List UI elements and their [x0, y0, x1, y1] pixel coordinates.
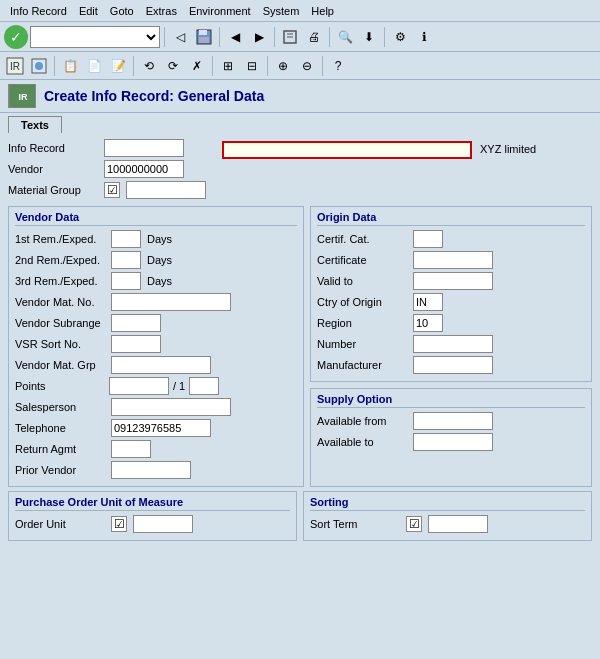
menu-system[interactable]: System — [257, 4, 306, 18]
tb2-btn4[interactable]: 📄 — [83, 55, 105, 77]
info-record-label: Info Record — [8, 142, 98, 154]
material-group-checkbox[interactable]: ☑ — [104, 182, 120, 198]
rem2-input[interactable] — [111, 251, 141, 269]
tab-texts[interactable]: Texts — [8, 116, 62, 133]
print-button[interactable]: 🖨 — [303, 26, 325, 48]
salesperson-label: Salesperson — [15, 401, 105, 413]
menu-extras[interactable]: Extras — [140, 4, 183, 18]
certificate-input[interactable] — [413, 251, 493, 269]
material-group-row: Material Group ☑ — [8, 181, 206, 199]
tb2-btn8[interactable]: ✗ — [186, 55, 208, 77]
main-toolbar: ✓ ◁ ◀ ▶ 🖨 🔍 ⬇ ⚙ ℹ — [0, 22, 600, 52]
rem2-unit: Days — [147, 254, 237, 266]
sort-term-row: Sort Term ☑ — [310, 515, 585, 533]
info-record-row: Info Record — [8, 139, 206, 157]
number-label: Number — [317, 338, 407, 350]
prior-vendor-input[interactable] — [111, 461, 191, 479]
return-agmt-row: Return Agmt — [15, 440, 297, 458]
next-button[interactable]: ▶ — [248, 26, 270, 48]
supply-option-title: Supply Option — [317, 393, 585, 408]
tb2-btn5[interactable]: 📝 — [107, 55, 129, 77]
prev-button[interactable]: ◀ — [224, 26, 246, 48]
vendor-mat-no-row: Vendor Mat. No. — [15, 293, 297, 311]
telephone-label: Telephone — [15, 422, 105, 434]
menu-info-record[interactable]: Info Record — [4, 4, 73, 18]
region-input[interactable] — [413, 314, 443, 332]
rem3-unit: Days — [147, 275, 237, 287]
back-button[interactable]: ◁ — [169, 26, 191, 48]
sort-term-checkbox[interactable]: ☑ — [406, 516, 422, 532]
available-to-input[interactable] — [413, 433, 493, 451]
info-record-required-input[interactable] — [222, 141, 472, 159]
tb2-btn7[interactable]: ⟳ — [162, 55, 184, 77]
sorting-panel: Sorting Sort Term ☑ — [303, 491, 592, 541]
certif-cat-row: Certif. Cat. — [317, 230, 585, 248]
menu-edit[interactable]: Edit — [73, 4, 104, 18]
available-from-label: Available from — [317, 415, 407, 427]
ctry-origin-input[interactable] — [413, 293, 443, 311]
vendor-mat-no-input[interactable] — [111, 293, 231, 311]
page-setup-button[interactable] — [279, 26, 301, 48]
salesperson-row: Salesperson — [15, 398, 297, 416]
telephone-input[interactable] — [111, 419, 211, 437]
separator8 — [212, 56, 213, 76]
vendor-mat-grp-input[interactable] — [111, 356, 211, 374]
order-unit-input[interactable] — [133, 515, 193, 533]
svg-text:IR: IR — [10, 61, 20, 72]
rem2-row: 2nd Rem./Exped. Days — [15, 251, 297, 269]
command-dropdown[interactable] — [30, 26, 160, 48]
number-input[interactable] — [413, 335, 493, 353]
separator3 — [274, 27, 275, 47]
rem3-label: 3rd Rem./Exped. — [15, 275, 105, 287]
return-agmt-input[interactable] — [111, 440, 151, 458]
tb2-btn9[interactable]: ⊞ — [217, 55, 239, 77]
manufacturer-input[interactable] — [413, 356, 493, 374]
tb2-btn12[interactable]: ⊖ — [296, 55, 318, 77]
info-button[interactable]: ℹ — [413, 26, 435, 48]
content-area: Info Record Vendor Material Group ☑ XYZ … — [0, 133, 600, 547]
number-row: Number — [317, 335, 585, 353]
available-from-input[interactable] — [413, 412, 493, 430]
secondary-toolbar: IR 📋 📄 📝 ⟲ ⟳ ✗ ⊞ ⊟ ⊕ ⊖ ? — [0, 52, 600, 80]
find-next-button[interactable]: ⬇ — [358, 26, 380, 48]
vendor-subrange-input[interactable] — [111, 314, 161, 332]
check-button[interactable]: ✓ — [4, 25, 28, 49]
salesperson-input[interactable] — [111, 398, 231, 416]
info-record-input[interactable] — [104, 139, 184, 157]
rem1-input[interactable] — [111, 230, 141, 248]
material-group-input[interactable] — [126, 181, 206, 199]
tb2-btn1[interactable]: IR — [4, 55, 26, 77]
tb2-btn10[interactable]: ⊟ — [241, 55, 263, 77]
vsr-sort-input[interactable] — [111, 335, 161, 353]
points-row: Points / 1 — [15, 377, 297, 395]
rem1-unit: Days — [147, 233, 237, 245]
settings-button[interactable]: ⚙ — [389, 26, 411, 48]
manufacturer-row: Manufacturer — [317, 356, 585, 374]
tb2-btn2[interactable] — [28, 55, 50, 77]
valid-to-input[interactable] — [413, 272, 493, 290]
certificate-label: Certificate — [317, 254, 407, 266]
sort-term-input[interactable] — [428, 515, 488, 533]
order-unit-checkbox[interactable]: ☑ — [111, 516, 127, 532]
menu-help[interactable]: Help — [305, 4, 340, 18]
menu-environment[interactable]: Environment — [183, 4, 257, 18]
menu-goto[interactable]: Goto — [104, 4, 140, 18]
certif-cat-input[interactable] — [413, 230, 443, 248]
vsr-sort-label: VSR Sort No. — [15, 338, 105, 350]
points-input[interactable] — [109, 377, 169, 395]
rem3-input[interactable] — [111, 272, 141, 290]
points-unit-input[interactable] — [189, 377, 219, 395]
tb2-btn3[interactable]: 📋 — [59, 55, 81, 77]
tb2-btn6[interactable]: ⟲ — [138, 55, 160, 77]
vendor-subrange-row: Vendor Subrange — [15, 314, 297, 332]
prior-vendor-label: Prior Vendor — [15, 464, 105, 476]
vsr-sort-row: VSR Sort No. — [15, 335, 297, 353]
tb2-btn11[interactable]: ⊕ — [272, 55, 294, 77]
bottom-section-row: Purchase Order Unit of Measure Order Uni… — [8, 491, 592, 541]
save-button[interactable] — [193, 26, 215, 48]
tb2-help[interactable]: ? — [327, 55, 349, 77]
menu-bar: Info Record Edit Goto Extras Environment… — [0, 0, 600, 22]
vendor-input[interactable] — [104, 160, 184, 178]
vendor-mat-grp-label: Vendor Mat. Grp — [15, 359, 105, 371]
find-button[interactable]: 🔍 — [334, 26, 356, 48]
